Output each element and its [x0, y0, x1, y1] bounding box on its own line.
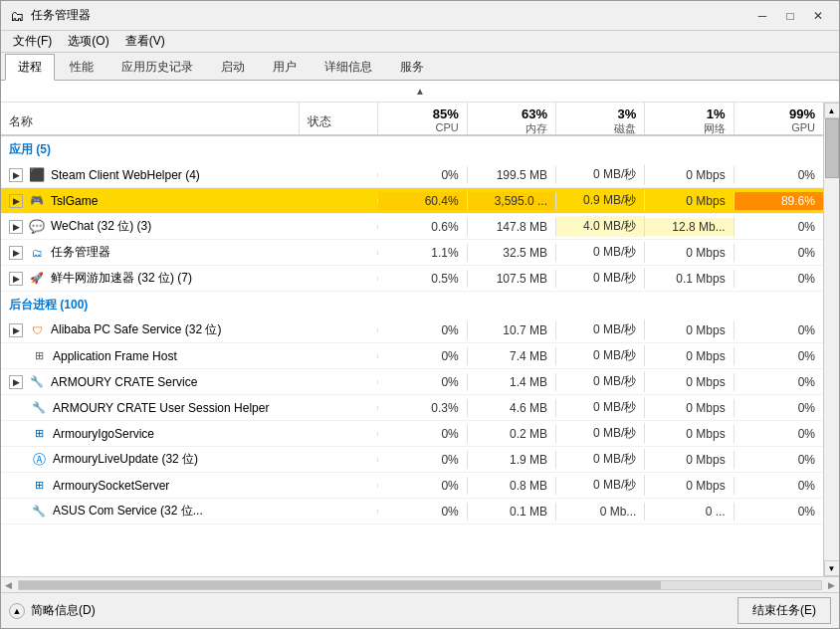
tab-performance[interactable]: 性能	[57, 54, 106, 80]
menu-view[interactable]: 查看(V)	[117, 31, 173, 52]
disk-armoury-service: 0 MB/秒	[556, 371, 645, 392]
net-steam: 0 Mbps	[645, 166, 734, 184]
sort-row: ▲	[1, 81, 839, 103]
gpu-armoury-helper: 0%	[735, 399, 823, 417]
table-row[interactable]: 🔧 ASUS Com Service (32 位... 0% 0.1 MB 0 …	[1, 499, 823, 524]
mem-acc: 107.5 MB	[468, 270, 556, 288]
tab-details[interactable]: 详细信息	[312, 54, 385, 80]
table-row[interactable]: ⊞ ArmourySocketServer 0% 0.8 MB 0 MB/秒 0…	[1, 473, 823, 499]
expand-icon-tsl[interactable]: ▶	[9, 194, 23, 208]
expand-icon-acc[interactable]: ▶	[9, 272, 23, 286]
gpu-alibaba: 0%	[735, 321, 823, 339]
horizontal-scrollbar[interactable]: ◀ ▶	[1, 576, 839, 592]
table-row[interactable]: ▶ 🔧 ARMOURY CRATE Service 0% 1.4 MB 0 MB…	[1, 369, 823, 395]
status-appframe	[300, 354, 378, 358]
net-appframe: 0 Mbps	[645, 347, 734, 365]
table-container: 名称 状态 85% CPU 63% 内存 3% 磁盘	[1, 103, 839, 576]
table-row[interactable]: Ⓐ ArmouryLiveUpdate (32 位) 0% 1.9 MB 0 M…	[1, 447, 823, 473]
table-row[interactable]: ▶ 💬 WeChat (32 位) (3) 0.6% 147.8 MB 4.0 …	[1, 214, 823, 240]
tab-users[interactable]: 用户	[260, 54, 310, 80]
mem-tsl: 3,595.0 ...	[468, 192, 556, 210]
scroll-down-button[interactable]: ▼	[824, 560, 840, 576]
mem-taskmgr: 32.5 MB	[468, 244, 556, 262]
cpu-asus-com: 0%	[378, 503, 467, 521]
scroll-left-button[interactable]: ◀	[1, 580, 16, 590]
table-row[interactable]: ⊞ Application Frame Host 0% 7.4 MB 0 MB/…	[1, 343, 823, 369]
minimize-button[interactable]: ─	[749, 5, 775, 27]
table-row[interactable]: ▶ 🚀 鲜牛网游加速器 (32 位) (7) 0.5% 107.5 MB 0 M…	[1, 266, 823, 292]
section-apps-label: 应用 (5)	[9, 141, 51, 158]
scroll-thumb[interactable]	[825, 118, 839, 178]
expand-icon-armoury-service[interactable]: ▶	[9, 375, 23, 389]
mem-armoury-helper: 4.6 MB	[468, 399, 556, 417]
col-header-name[interactable]: 名称	[1, 103, 300, 134]
process-name-armoury-helper: 🔧 ARMOURY CRATE User Session Helper	[1, 398, 300, 418]
cpu-tsl: 60.4%	[378, 192, 467, 210]
table-row[interactable]: ▶ ⬛ Steam Client WebHelper (4) 0% 199.5 …	[1, 162, 823, 188]
cpu-taskmgr: 1.1%	[378, 244, 467, 262]
net-alibaba: 0 Mbps	[645, 321, 734, 339]
col-header-status[interactable]: 状态	[300, 103, 378, 134]
table-header: 名称 状态 85% CPU 63% 内存 3% 磁盘	[1, 103, 823, 136]
gpu-socket: 0%	[735, 477, 823, 495]
tab-process[interactable]: 进程	[5, 54, 55, 81]
gpu-wechat: 0%	[735, 218, 823, 236]
expand-icon-wechat[interactable]: ▶	[9, 220, 23, 234]
cpu-appframe: 0%	[378, 347, 467, 365]
menu-options[interactable]: 选项(O)	[60, 31, 116, 52]
net-socket: 0 Mbps	[645, 477, 734, 495]
disk-wechat: 4.0 MB/秒	[556, 216, 645, 237]
col-header-network[interactable]: 1% 网络	[645, 103, 734, 134]
alibaba-icon: 🛡	[29, 322, 45, 338]
gpu-asus-com: 0%	[735, 503, 823, 521]
table-row[interactable]: ▶ 🗂 任务管理器 1.1% 32.5 MB 0 MB/秒 0 Mbps 0%	[1, 240, 823, 266]
net-armoury-helper: 0 Mbps	[645, 399, 734, 417]
section-bg-header: 后台进程 (100)	[1, 292, 823, 317]
h-scroll-track[interactable]	[18, 580, 822, 590]
table-body[interactable]: 应用 (5) ▶ ⬛ Steam Client WebHelper (4) 0%…	[1, 136, 823, 576]
menu-file[interactable]: 文件(F)	[5, 31, 60, 52]
mem-asus-com: 0.1 MB	[468, 503, 556, 521]
disk-taskmgr: 0 MB/秒	[556, 242, 645, 263]
disk-appframe: 0 MB/秒	[556, 345, 645, 366]
col-header-cpu[interactable]: 85% CPU	[378, 103, 467, 134]
status-acc	[300, 277, 378, 281]
scroll-right-button[interactable]: ▶	[824, 580, 839, 590]
sort-arrow-icon: ▲	[415, 86, 425, 97]
table-row[interactable]: 🔧 ARMOURY CRATE User Session Helper 0.3%…	[1, 395, 823, 421]
acc-icon: 🚀	[29, 271, 45, 287]
disk-alibaba: 0 MB/秒	[556, 319, 645, 340]
expand-icon-alibaba[interactable]: ▶	[9, 323, 23, 337]
vertical-scrollbar[interactable]: ▲ ▼	[823, 103, 839, 576]
tab-startup[interactable]: 启动	[208, 54, 258, 80]
col-header-memory[interactable]: 63% 内存	[468, 103, 556, 134]
disk-tsl: 0.9 MB/秒	[556, 190, 645, 211]
asus-service-icon: 🔧	[29, 374, 45, 390]
expand-icon-steam[interactable]: ▶	[9, 168, 23, 182]
end-task-button[interactable]: 结束任务(E)	[737, 597, 831, 624]
col-header-disk[interactable]: 3% 磁盘	[556, 103, 645, 134]
close-button[interactable]: ✕	[805, 5, 831, 27]
brief-info-button[interactable]: ▲ 简略信息(D)	[9, 602, 96, 619]
tab-app-history[interactable]: 应用历史记录	[108, 54, 206, 80]
net-taskmgr: 0 Mbps	[645, 244, 734, 262]
table-row[interactable]: ▶ 🎮 TslGame 60.4% 3,595.0 ... 0.9 MB/秒 0…	[1, 188, 823, 214]
mem-wechat: 147.8 MB	[468, 218, 556, 236]
expand-icon-taskmgr[interactable]: ▶	[9, 246, 23, 260]
h-scroll-thumb[interactable]	[19, 581, 661, 589]
disk-acc: 0 MB/秒	[556, 268, 645, 289]
col-header-gpu[interactable]: 99% GPU	[735, 103, 823, 134]
table-row[interactable]: ▶ 🛡 Alibaba PC Safe Service (32 位) 0% 10…	[1, 317, 823, 343]
gpu-armoury-service: 0%	[735, 373, 823, 391]
maximize-button[interactable]: □	[777, 5, 803, 27]
status-steam	[300, 173, 378, 177]
status-wechat	[300, 225, 378, 229]
tab-services[interactable]: 服务	[387, 54, 437, 80]
gpu-appframe: 0%	[735, 347, 823, 365]
socket-icon: ⊞	[31, 478, 47, 494]
section-apps-header: 应用 (5)	[1, 136, 823, 162]
table-row[interactable]: ⊞ ArmouryIgoService 0% 0.2 MB 0 MB/秒 0 M…	[1, 421, 823, 447]
scroll-up-button[interactable]: ▲	[824, 103, 840, 118]
scroll-track[interactable]	[825, 118, 839, 560]
mem-appframe: 7.4 MB	[468, 347, 556, 365]
